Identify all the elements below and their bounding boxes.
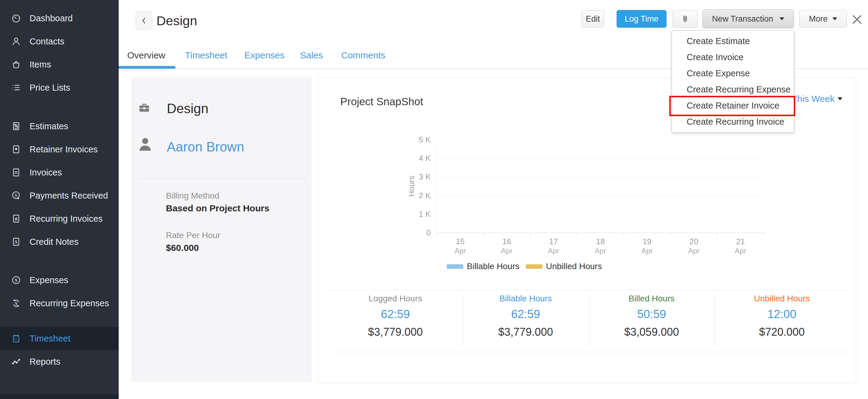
stat-divider: [589, 296, 589, 345]
field-label: Rate Per Hour: [166, 231, 220, 240]
x-axis-label: 16Apr: [489, 236, 525, 255]
x-axis-tick: [671, 233, 671, 236]
back-button[interactable]: [136, 11, 152, 30]
log-time-button[interactable]: Log Time: [617, 10, 666, 28]
new-transaction-button[interactable]: New Transaction: [703, 9, 794, 28]
retainer-invoices-icon: [11, 144, 21, 155]
y-axis-line: [437, 140, 437, 233]
reports-icon: [11, 357, 21, 367]
sidebar-item-timesheet[interactable]: Timesheet: [0, 327, 119, 350]
sidebar-item-label: Credit Notes: [30, 237, 79, 247]
x-axis-tick: [624, 233, 624, 236]
sidebar-item-dashboard[interactable]: Dashboard: [0, 7, 119, 30]
more-button[interactable]: More: [799, 10, 847, 28]
sidebar-item-estimates[interactable]: Estimates: [0, 115, 119, 138]
attachment-button[interactable]: [673, 10, 698, 28]
tab-overview[interactable]: Overview: [127, 49, 165, 61]
legend-item-unbilled-hours[interactable]: Unbilled Hours: [526, 260, 602, 272]
recurring-expenses-icon: $: [11, 298, 21, 308]
sidebar-item-label: Recurring Invoices: [30, 214, 102, 224]
tab-expenses[interactable]: Expenses: [244, 49, 285, 61]
page-title: Design: [156, 11, 197, 30]
y-axis-tick: 3 K: [391, 172, 431, 181]
card-divider: [330, 352, 847, 352]
sidebar-item-invoices[interactable]: Invoices: [0, 161, 119, 184]
y-axis-tick: 0: [391, 228, 431, 237]
stat-billable-hours: Billable Hours62:59$3,779.000: [465, 293, 587, 341]
x-axis-label: 20Apr: [676, 236, 712, 255]
sidebar-item-label: Invoices: [30, 168, 62, 177]
y-axis-tick: 5 K: [391, 135, 431, 144]
menu-item-create-invoice[interactable]: Create Invoice: [672, 49, 794, 65]
x-axis-label-day: 18: [582, 236, 619, 246]
edit-button[interactable]: Edit: [582, 10, 604, 28]
x-axis-label: 18Apr: [582, 236, 619, 255]
y-axis-tick: 4 K: [391, 153, 431, 163]
estimates-icon: [11, 121, 21, 131]
timesheet-icon: [11, 333, 21, 344]
x-axis-label-day: 20: [676, 236, 712, 246]
new-transaction-menu: Create EstimateCreate InvoiceCreate Expe…: [672, 30, 794, 133]
edit-button-label: Edit: [586, 14, 600, 24]
period-selector-label: This Week: [792, 94, 835, 104]
active-tab-underline: [119, 66, 175, 69]
sidebar-item-label: Payments Received: [30, 191, 108, 201]
menu-item-create-expense[interactable]: Create Expense: [672, 65, 794, 81]
menu-item-create-recurring-expense[interactable]: Create Recurring Expense: [672, 81, 794, 98]
tab-sales[interactable]: Sales: [300, 49, 323, 61]
x-axis-label: 21Apr: [722, 236, 759, 255]
sidebar-item-recurring-expenses[interactable]: $Recurring Expenses: [0, 292, 119, 315]
legend-label: Unbilled Hours: [546, 262, 602, 271]
x-axis-label-month: Apr: [676, 246, 712, 255]
sidebar-item-items[interactable]: Items: [0, 53, 119, 76]
contacts-icon: [11, 36, 21, 46]
x-axis-label-day: 21: [722, 236, 759, 246]
sidebar-item-label: Price Lists: [30, 83, 70, 93]
chevron-left-icon: [140, 16, 148, 25]
sidebar-item-label: Estimates: [30, 121, 68, 131]
gridline: [437, 214, 764, 214]
x-axis-tick: [484, 233, 484, 236]
stat-label: Billed Hours: [591, 293, 712, 305]
expenses-icon: $: [11, 275, 21, 285]
tab-comments[interactable]: Comments: [341, 49, 385, 61]
sidebar-footer: [0, 394, 119, 399]
stat-divider: [715, 296, 715, 345]
menu-item-create-estimate[interactable]: Create Estimate: [672, 33, 794, 49]
app-window: DashboardContactsItemsPrice ListsEstimat…: [0, 0, 868, 399]
x-axis-label-day: 15: [442, 236, 478, 246]
sidebar-item-label: Expenses: [30, 275, 68, 285]
field-value: Based on Project Hours: [166, 203, 269, 213]
x-axis-tick: [437, 233, 437, 236]
sidebar-item-payments-received[interactable]: $Payments Received: [0, 184, 119, 207]
field-label: Billing Method: [166, 191, 219, 201]
menu-item-create-retainer-invoice[interactable]: Create Retainer Invoice: [672, 98, 794, 114]
stat-label: Unbilled Hours: [721, 293, 843, 305]
period-selector[interactable]: This Week: [792, 93, 842, 105]
sidebar-item-contacts[interactable]: Contacts: [0, 30, 119, 53]
menu-item-create-recurring-invoice[interactable]: Create Recurring Invoice: [672, 114, 794, 130]
sidebar-item-reports[interactable]: Reports: [0, 350, 119, 373]
dashboard-icon: [11, 13, 21, 24]
stat-amount-value: $3,779.000: [335, 324, 456, 341]
sidebar-item-credit-notes[interactable]: $Credit Notes: [0, 230, 119, 253]
y-axis-tick: 1 K: [391, 209, 431, 219]
chevron-down-icon: [779, 17, 784, 21]
customer-link[interactable]: Aaron Brown: [167, 139, 244, 155]
stat-billed-hours: Billed Hours50:59$3,059.000: [591, 293, 712, 341]
invoices-icon: [11, 167, 21, 177]
x-axis-label-day: 19: [629, 236, 665, 246]
tab-timesheet[interactable]: Timesheet: [185, 49, 227, 61]
sidebar-item-price-lists[interactable]: Price Lists: [0, 76, 119, 99]
x-axis-label-month: Apr: [722, 246, 759, 255]
x-axis-label-day: 17: [535, 236, 572, 246]
card-divider: [329, 290, 847, 290]
sidebar-item-expenses[interactable]: $Expenses: [0, 269, 119, 292]
sidebar-item-recurring-invoices[interactable]: Recurring Invoices: [0, 207, 119, 230]
sidebar-item-retainer-invoices[interactable]: Retainer Invoices: [0, 138, 119, 161]
x-axis-tick: [764, 233, 764, 236]
snapshot-title: Project SnapShot: [340, 96, 423, 108]
close-icon[interactable]: [852, 14, 862, 25]
legend-item-billable-hours[interactable]: Billable Hours: [447, 260, 520, 272]
panel-divider: [137, 178, 306, 178]
